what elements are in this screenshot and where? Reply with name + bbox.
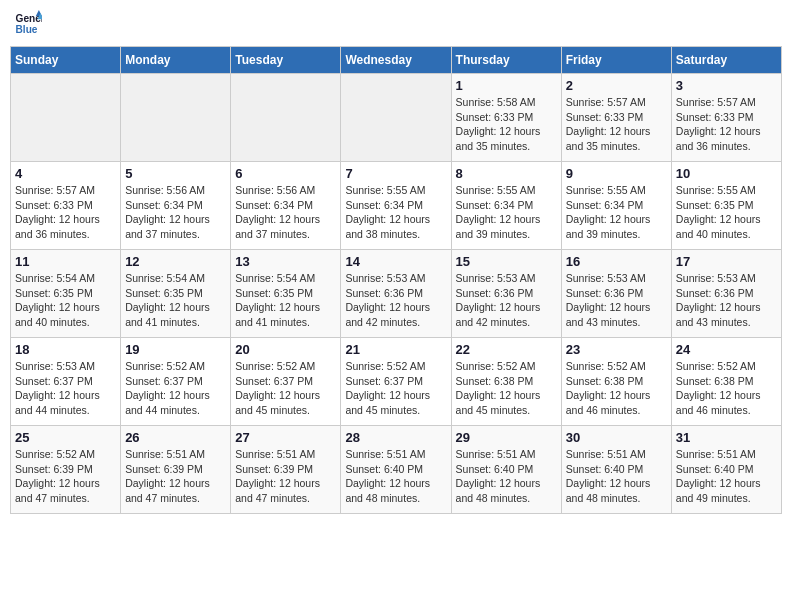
day-cell: 25Sunrise: 5:52 AM Sunset: 6:39 PM Dayli… bbox=[11, 426, 121, 514]
day-info: Sunrise: 5:57 AM Sunset: 6:33 PM Dayligh… bbox=[676, 95, 777, 154]
day-info: Sunrise: 5:55 AM Sunset: 6:34 PM Dayligh… bbox=[566, 183, 667, 242]
day-cell: 30Sunrise: 5:51 AM Sunset: 6:40 PM Dayli… bbox=[561, 426, 671, 514]
day-number: 21 bbox=[345, 342, 446, 357]
day-cell: 18Sunrise: 5:53 AM Sunset: 6:37 PM Dayli… bbox=[11, 338, 121, 426]
day-number: 2 bbox=[566, 78, 667, 93]
day-cell: 14Sunrise: 5:53 AM Sunset: 6:36 PM Dayli… bbox=[341, 250, 451, 338]
day-cell: 3Sunrise: 5:57 AM Sunset: 6:33 PM Daylig… bbox=[671, 74, 781, 162]
day-cell: 26Sunrise: 5:51 AM Sunset: 6:39 PM Dayli… bbox=[121, 426, 231, 514]
day-info: Sunrise: 5:51 AM Sunset: 6:40 PM Dayligh… bbox=[456, 447, 557, 506]
day-cell: 2Sunrise: 5:57 AM Sunset: 6:33 PM Daylig… bbox=[561, 74, 671, 162]
day-info: Sunrise: 5:56 AM Sunset: 6:34 PM Dayligh… bbox=[125, 183, 226, 242]
day-header-friday: Friday bbox=[561, 47, 671, 74]
day-number: 22 bbox=[456, 342, 557, 357]
day-cell: 21Sunrise: 5:52 AM Sunset: 6:37 PM Dayli… bbox=[341, 338, 451, 426]
day-info: Sunrise: 5:58 AM Sunset: 6:33 PM Dayligh… bbox=[456, 95, 557, 154]
page-header: General Blue bbox=[10, 10, 782, 38]
day-info: Sunrise: 5:51 AM Sunset: 6:40 PM Dayligh… bbox=[676, 447, 777, 506]
day-cell: 20Sunrise: 5:52 AM Sunset: 6:37 PM Dayli… bbox=[231, 338, 341, 426]
day-number: 18 bbox=[15, 342, 116, 357]
day-cell: 4Sunrise: 5:57 AM Sunset: 6:33 PM Daylig… bbox=[11, 162, 121, 250]
day-info: Sunrise: 5:53 AM Sunset: 6:36 PM Dayligh… bbox=[566, 271, 667, 330]
day-number: 29 bbox=[456, 430, 557, 445]
day-cell: 27Sunrise: 5:51 AM Sunset: 6:39 PM Dayli… bbox=[231, 426, 341, 514]
week-row-5: 25Sunrise: 5:52 AM Sunset: 6:39 PM Dayli… bbox=[11, 426, 782, 514]
day-cell: 22Sunrise: 5:52 AM Sunset: 6:38 PM Dayli… bbox=[451, 338, 561, 426]
day-cell: 13Sunrise: 5:54 AM Sunset: 6:35 PM Dayli… bbox=[231, 250, 341, 338]
day-info: Sunrise: 5:51 AM Sunset: 6:40 PM Dayligh… bbox=[566, 447, 667, 506]
day-info: Sunrise: 5:54 AM Sunset: 6:35 PM Dayligh… bbox=[235, 271, 336, 330]
day-number: 12 bbox=[125, 254, 226, 269]
day-info: Sunrise: 5:55 AM Sunset: 6:34 PM Dayligh… bbox=[456, 183, 557, 242]
week-row-2: 4Sunrise: 5:57 AM Sunset: 6:33 PM Daylig… bbox=[11, 162, 782, 250]
header-row: SundayMondayTuesdayWednesdayThursdayFrid… bbox=[11, 47, 782, 74]
day-header-monday: Monday bbox=[121, 47, 231, 74]
day-info: Sunrise: 5:54 AM Sunset: 6:35 PM Dayligh… bbox=[125, 271, 226, 330]
day-cell: 16Sunrise: 5:53 AM Sunset: 6:36 PM Dayli… bbox=[561, 250, 671, 338]
day-cell: 15Sunrise: 5:53 AM Sunset: 6:36 PM Dayli… bbox=[451, 250, 561, 338]
day-number: 20 bbox=[235, 342, 336, 357]
week-row-4: 18Sunrise: 5:53 AM Sunset: 6:37 PM Dayli… bbox=[11, 338, 782, 426]
day-info: Sunrise: 5:51 AM Sunset: 6:40 PM Dayligh… bbox=[345, 447, 446, 506]
day-info: Sunrise: 5:53 AM Sunset: 6:37 PM Dayligh… bbox=[15, 359, 116, 418]
week-row-3: 11Sunrise: 5:54 AM Sunset: 6:35 PM Dayli… bbox=[11, 250, 782, 338]
day-info: Sunrise: 5:55 AM Sunset: 6:34 PM Dayligh… bbox=[345, 183, 446, 242]
day-cell: 10Sunrise: 5:55 AM Sunset: 6:35 PM Dayli… bbox=[671, 162, 781, 250]
day-info: Sunrise: 5:54 AM Sunset: 6:35 PM Dayligh… bbox=[15, 271, 116, 330]
day-cell bbox=[11, 74, 121, 162]
day-cell: 19Sunrise: 5:52 AM Sunset: 6:37 PM Dayli… bbox=[121, 338, 231, 426]
day-cell: 7Sunrise: 5:55 AM Sunset: 6:34 PM Daylig… bbox=[341, 162, 451, 250]
week-row-1: 1Sunrise: 5:58 AM Sunset: 6:33 PM Daylig… bbox=[11, 74, 782, 162]
day-info: Sunrise: 5:52 AM Sunset: 6:37 PM Dayligh… bbox=[125, 359, 226, 418]
day-info: Sunrise: 5:53 AM Sunset: 6:36 PM Dayligh… bbox=[676, 271, 777, 330]
day-number: 19 bbox=[125, 342, 226, 357]
day-info: Sunrise: 5:56 AM Sunset: 6:34 PM Dayligh… bbox=[235, 183, 336, 242]
day-number: 3 bbox=[676, 78, 777, 93]
day-header-thursday: Thursday bbox=[451, 47, 561, 74]
day-info: Sunrise: 5:52 AM Sunset: 6:38 PM Dayligh… bbox=[566, 359, 667, 418]
day-header-sunday: Sunday bbox=[11, 47, 121, 74]
day-number: 31 bbox=[676, 430, 777, 445]
day-info: Sunrise: 5:52 AM Sunset: 6:37 PM Dayligh… bbox=[235, 359, 336, 418]
day-number: 14 bbox=[345, 254, 446, 269]
day-cell: 28Sunrise: 5:51 AM Sunset: 6:40 PM Dayli… bbox=[341, 426, 451, 514]
day-cell: 29Sunrise: 5:51 AM Sunset: 6:40 PM Dayli… bbox=[451, 426, 561, 514]
day-cell bbox=[341, 74, 451, 162]
day-cell: 11Sunrise: 5:54 AM Sunset: 6:35 PM Dayli… bbox=[11, 250, 121, 338]
day-cell: 23Sunrise: 5:52 AM Sunset: 6:38 PM Dayli… bbox=[561, 338, 671, 426]
day-info: Sunrise: 5:52 AM Sunset: 6:38 PM Dayligh… bbox=[676, 359, 777, 418]
day-number: 24 bbox=[676, 342, 777, 357]
day-info: Sunrise: 5:53 AM Sunset: 6:36 PM Dayligh… bbox=[345, 271, 446, 330]
day-number: 25 bbox=[15, 430, 116, 445]
day-info: Sunrise: 5:57 AM Sunset: 6:33 PM Dayligh… bbox=[566, 95, 667, 154]
day-number: 1 bbox=[456, 78, 557, 93]
day-info: Sunrise: 5:52 AM Sunset: 6:37 PM Dayligh… bbox=[345, 359, 446, 418]
day-number: 26 bbox=[125, 430, 226, 445]
day-number: 13 bbox=[235, 254, 336, 269]
day-number: 7 bbox=[345, 166, 446, 181]
day-info: Sunrise: 5:57 AM Sunset: 6:33 PM Dayligh… bbox=[15, 183, 116, 242]
calendar-table: SundayMondayTuesdayWednesdayThursdayFrid… bbox=[10, 46, 782, 514]
logo-icon: General Blue bbox=[14, 10, 42, 38]
day-number: 8 bbox=[456, 166, 557, 181]
logo: General Blue bbox=[14, 10, 46, 38]
day-info: Sunrise: 5:53 AM Sunset: 6:36 PM Dayligh… bbox=[456, 271, 557, 330]
day-cell: 12Sunrise: 5:54 AM Sunset: 6:35 PM Dayli… bbox=[121, 250, 231, 338]
day-cell: 24Sunrise: 5:52 AM Sunset: 6:38 PM Dayli… bbox=[671, 338, 781, 426]
day-info: Sunrise: 5:52 AM Sunset: 6:38 PM Dayligh… bbox=[456, 359, 557, 418]
day-number: 6 bbox=[235, 166, 336, 181]
day-header-tuesday: Tuesday bbox=[231, 47, 341, 74]
day-header-wednesday: Wednesday bbox=[341, 47, 451, 74]
day-number: 9 bbox=[566, 166, 667, 181]
day-cell: 5Sunrise: 5:56 AM Sunset: 6:34 PM Daylig… bbox=[121, 162, 231, 250]
day-cell bbox=[121, 74, 231, 162]
day-number: 15 bbox=[456, 254, 557, 269]
day-header-saturday: Saturday bbox=[671, 47, 781, 74]
day-cell: 31Sunrise: 5:51 AM Sunset: 6:40 PM Dayli… bbox=[671, 426, 781, 514]
day-info: Sunrise: 5:52 AM Sunset: 6:39 PM Dayligh… bbox=[15, 447, 116, 506]
day-number: 16 bbox=[566, 254, 667, 269]
day-info: Sunrise: 5:51 AM Sunset: 6:39 PM Dayligh… bbox=[125, 447, 226, 506]
day-number: 30 bbox=[566, 430, 667, 445]
day-number: 11 bbox=[15, 254, 116, 269]
day-number: 5 bbox=[125, 166, 226, 181]
